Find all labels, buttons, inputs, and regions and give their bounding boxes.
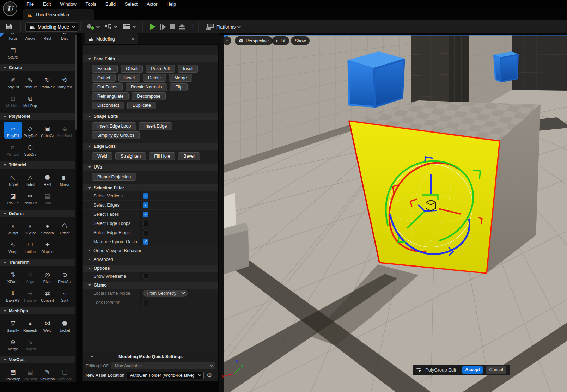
menu-tools[interactable]: Tools: [81, 0, 101, 8]
section-options[interactable]: Options: [83, 265, 218, 272]
tool-mshdup[interactable]: ⧉MshDup: [22, 92, 39, 109]
skip-button[interactable]: [160, 24, 167, 31]
palette-section-trimodel[interactable]: TriModel: [0, 161, 77, 169]
palette-section-polymodel[interactable]: PolyModel: [0, 113, 77, 120]
tool-merge[interactable]: ⊕Merge: [4, 335, 22, 352]
blue-cube-left[interactable]: [348, 53, 404, 107]
play-button[interactable]: [150, 23, 156, 30]
tab-thirdpersonmap[interactable]: ThirdPersonMap: [23, 9, 94, 20]
tool-voxmrph[interactable]: ✎VoxMrph: [39, 365, 56, 382]
save-button[interactable]: [6, 23, 12, 30]
menu-select[interactable]: Select: [120, 0, 142, 8]
button-push-pull[interactable]: Push Pull: [146, 65, 175, 73]
button-decompose[interactable]: Decompose: [132, 92, 166, 100]
button-fill-hole[interactable]: Fill Hole: [149, 152, 175, 160]
tool-lattice[interactable]: ⬚Lattice: [22, 238, 39, 255]
checkbox-show-wireframe[interactable]: [143, 274, 148, 279]
menu-build[interactable]: Build: [101, 0, 120, 8]
accept-button[interactable]: Accept: [462, 366, 483, 374]
main-cube[interactable]: [349, 100, 541, 273]
tool-hfill[interactable]: ⬣HFill: [39, 170, 56, 187]
tool-bdryrev[interactable]: ⟲BdryRev: [56, 73, 73, 90]
section-gizmo[interactable]: Gizmo: [83, 282, 218, 289]
button-bevel[interactable]: Bevel: [118, 74, 140, 82]
button-insert-edge-loop[interactable]: Insert Edge Loop: [92, 122, 136, 130]
cinematics-button[interactable]: [123, 23, 135, 30]
tool-weld[interactable]: ⋈Weld: [39, 316, 56, 333]
button-insert-edge[interactable]: Insert Edge: [139, 122, 172, 130]
platforms-button[interactable]: Platforms: [206, 23, 240, 31]
palette-section-deform[interactable]: Deform: [0, 210, 77, 217]
editing-lod-dropdown[interactable]: Max Available: [111, 362, 215, 369]
button-bevel[interactable]: Bevel: [178, 152, 200, 160]
blueprints-button[interactable]: [105, 23, 116, 30]
tool-displce[interactable]: ✦Displce: [39, 238, 56, 255]
button-disconnect[interactable]: Disconnect: [92, 102, 124, 109]
tool-bakers[interactable]: ⇓BakeRS: [4, 286, 22, 303]
menu-window[interactable]: Window: [55, 0, 81, 8]
tool-simplfy[interactable]: ▽Simplfy: [4, 316, 22, 333]
close-icon[interactable]: ✕: [131, 36, 135, 42]
tool-plncut[interactable]: ◪PlnCut: [4, 189, 22, 206]
unreal-logo[interactable]: U: [3, 1, 17, 16]
button-offset[interactable]: Offset: [121, 65, 143, 73]
blue-cube-right[interactable]: [494, 52, 518, 82]
button-merge[interactable]: Merge: [169, 74, 192, 82]
button-delete[interactable]: Delete: [143, 74, 166, 82]
checkbox-select-faces[interactable]: ✓: [143, 212, 148, 217]
palette-section-create[interactable]: Create: [0, 64, 77, 71]
gear-icon[interactable]: ⚙: [207, 372, 212, 379]
viewport-menu-button[interactable]: ≡: [222, 36, 231, 45]
button-straighten[interactable]: Straighten: [115, 152, 146, 160]
tool-polyext[interactable]: ✐PolyExt: [4, 73, 22, 90]
tool-offset[interactable]: ⬠Offset: [56, 219, 73, 236]
section-edge-edits[interactable]: Edge Edits: [83, 143, 218, 150]
tool-pivot[interactable]: ◎Pivot: [39, 268, 56, 284]
menu-file[interactable]: File: [22, 0, 38, 8]
button-simplify-by-groups[interactable]: Simplify by Groups: [92, 131, 140, 139]
cancel-button[interactable]: Cancel: [486, 366, 506, 374]
checkbox-marquee-ignore-occlu[interactable]: ✓: [143, 239, 148, 245]
tool-remesh[interactable]: ▲Remesh: [22, 316, 39, 333]
tool-split[interactable]: ⁘Split: [56, 286, 73, 303]
menu-edit[interactable]: Edit: [38, 0, 55, 8]
tool-tried[interactable]: △TriEd: [22, 170, 39, 187]
button-outset[interactable]: Outset: [92, 74, 116, 82]
tool-voxwrap[interactable]: ⬒VoxWrap: [4, 365, 22, 382]
button-cut-faces[interactable]: Cut Faces: [92, 83, 123, 91]
button-recalc-normals[interactable]: Recalc Normals: [126, 83, 167, 91]
checkbox-select-edge-loops[interactable]: [143, 221, 148, 226]
show-menu-button[interactable]: Show: [291, 36, 310, 45]
tool-pivotact[interactable]: ⊕PivotAct: [56, 268, 73, 284]
section-uvs[interactable]: UVs: [83, 164, 218, 171]
tool-torus[interactable]: ◎Torus: [4, 33, 22, 41]
section-shape-edits[interactable]: Shape Edits: [83, 113, 218, 120]
tool-dsclpt[interactable]: ◗DSclpt: [22, 219, 39, 236]
tool-xform[interactable]: ⇅XForm: [4, 268, 22, 284]
stop-button[interactable]: [170, 24, 175, 29]
checkbox-select-vertices[interactable]: ✓: [143, 193, 148, 199]
tool-cubegr[interactable]: ▣CubeGr: [39, 122, 56, 139]
tool-polydef[interactable]: ◇PolyDef: [22, 122, 39, 139]
tool-warp[interactable]: ∿Warp: [4, 238, 22, 255]
button-extrude[interactable]: Extrude: [92, 65, 118, 73]
tool-jacket[interactable]: ⬟Jacket: [56, 316, 73, 333]
tool-pathrev[interactable]: ↻PathRev: [39, 73, 56, 90]
tool-polyed[interactable]: ▱PolyEd: [4, 122, 22, 139]
checkbox-select-edges[interactable]: ✓: [143, 202, 148, 208]
button-inset[interactable]: Inset: [178, 65, 198, 73]
tool-trisel[interactable]: ◺TriSel: [4, 170, 22, 187]
button-flip[interactable]: Flip: [170, 83, 188, 91]
section-selection-filter[interactable]: Selection Filter: [83, 184, 218, 191]
button-duplicate[interactable]: Duplicate: [127, 102, 156, 109]
eject-button[interactable]: [178, 24, 185, 31]
tool-convert[interactable]: ⇄Convert: [39, 286, 56, 303]
palette-section-transform[interactable]: Transform: [0, 259, 77, 266]
modeling-panel-tab[interactable]: Modeling ✕: [85, 33, 138, 44]
palette-section-meshops[interactable]: MeshOps: [0, 307, 77, 314]
tool-arrow[interactable]: ➤Arrow: [22, 33, 39, 41]
quick-settings-header[interactable]: Modeling Mode Quick Settings: [83, 352, 218, 361]
tool-polycut[interactable]: ✂PolyCut: [22, 189, 39, 206]
tool-mirror[interactable]: ◧Mirror: [56, 170, 73, 187]
checkbox-select-edge-rings[interactable]: [143, 230, 148, 235]
